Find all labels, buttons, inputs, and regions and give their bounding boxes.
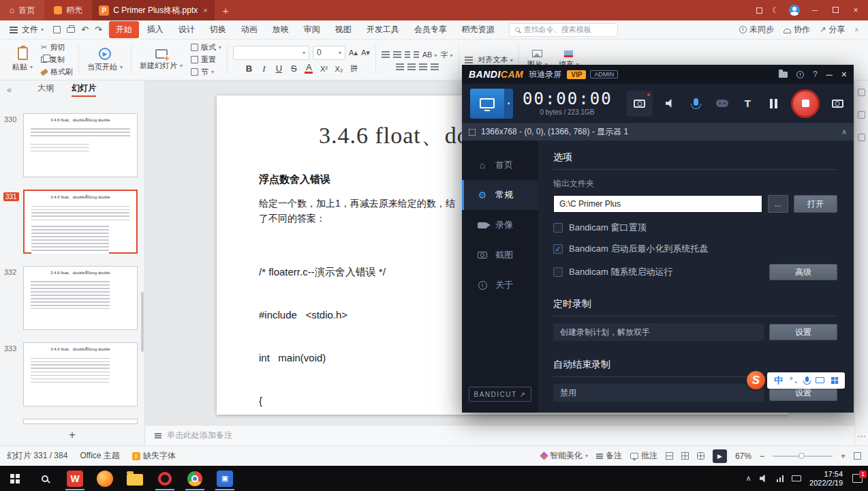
soft-keyboard-icon[interactable] <box>816 377 824 383</box>
sidebar-panel-icon[interactable] <box>858 111 865 119</box>
align-center-icon[interactable] <box>407 63 416 65</box>
text-overlay-button[interactable]: T <box>740 98 756 109</box>
dark-mode-icon[interactable]: ☾ <box>772 5 779 15</box>
browse-button[interactable]: ... <box>768 195 788 213</box>
nav-general[interactable]: ⚙常规 <box>462 180 538 210</box>
missing-font-warning[interactable]: ! 缺失字体 <box>132 450 176 462</box>
increase-indent-icon[interactable] <box>414 51 419 53</box>
tab-devtools[interactable]: 开发工具 <box>360 21 406 38</box>
taskbar-wps-app[interactable]: W <box>60 466 90 491</box>
slide-thumbnail[interactable]: 330 3.4.6 float、double和long double <box>23 113 138 177</box>
format-painter-button[interactable]: 格式刷 <box>41 67 73 77</box>
sync-status[interactable]: 未同步 <box>739 24 774 35</box>
undo-icon[interactable]: ↶ <box>81 25 89 35</box>
punctuation-icon[interactable]: °， <box>790 375 799 385</box>
notes-button[interactable]: 备注 <box>596 450 622 462</box>
zoom-in-icon[interactable]: + <box>841 451 846 461</box>
tab-home[interactable]: 开始 <box>109 21 139 38</box>
collaborate-button[interactable]: 协作 <box>784 24 810 35</box>
tab-transition[interactable]: 切换 <box>203 21 233 38</box>
sidebar-panel-icon[interactable] <box>858 89 865 96</box>
reading-view-icon[interactable] <box>697 452 704 460</box>
output-folder-icon[interactable] <box>779 72 788 78</box>
section-button[interactable]: 节▾ <box>191 67 221 77</box>
taskbar-clock[interactable]: 17:54 2022/2/19 <box>809 470 843 488</box>
workspace-icon[interactable] <box>756 8 762 14</box>
notes-bar[interactable]: 单击此处添加备注 <box>145 425 854 445</box>
game-mode-button[interactable] <box>714 100 730 107</box>
font-name-select[interactable]: ▾ <box>233 46 309 60</box>
theme-name[interactable]: Office 主题 <box>80 450 119 462</box>
zoom-slider[interactable] <box>773 456 833 457</box>
user-avatar[interactable] <box>789 5 800 16</box>
sogou-logo-icon[interactable]: S <box>747 371 765 389</box>
pause-button[interactable] <box>765 99 781 108</box>
tab-slideshow[interactable]: 放映 <box>266 21 296 38</box>
taskbar-firefox-app[interactable] <box>90 466 120 491</box>
paste-button[interactable]: 粘贴▾ <box>10 47 35 72</box>
nav-home[interactable]: ⌂首页 <box>462 150 538 180</box>
scheduled-recording-settings-button[interactable]: 设置 <box>769 324 837 340</box>
start-button[interactable] <box>0 466 30 491</box>
slideshow-button[interactable]: ▶ <box>713 449 727 463</box>
schedule-icon[interactable] <box>796 71 804 78</box>
tab-insert[interactable]: 插入 <box>140 21 170 38</box>
more-icon[interactable]: ⋯ <box>857 431 866 441</box>
panel-scrollbar[interactable] <box>141 292 144 352</box>
docer-tab[interactable]: 稻壳 <box>44 0 92 20</box>
network-icon[interactable] <box>777 475 784 482</box>
zoom-level[interactable]: 67% <box>735 451 751 461</box>
zoom-out-icon[interactable]: − <box>760 451 764 461</box>
minimize-button[interactable]: ─ <box>809 5 820 15</box>
justify-icon[interactable] <box>431 63 439 65</box>
nav-screenshot[interactable]: 截图 <box>462 240 538 270</box>
pinyin-button[interactable]: 拼 <box>350 63 358 74</box>
tab-review[interactable]: 审阅 <box>297 21 327 38</box>
collapse-icon[interactable]: ∧ <box>841 128 847 136</box>
taskbar-media-app[interactable]: ▣ <box>210 466 240 491</box>
increase-font-icon[interactable]: A▴ <box>349 48 358 57</box>
text-direction-button[interactable]: AB ▾ <box>422 50 437 59</box>
bandicam-titlebar[interactable]: BANDICAM 班迪录屏 VIP ADMIN ? ─ × <box>462 65 854 84</box>
toolbox-icon[interactable] <box>831 377 838 384</box>
document-tab[interactable]: P C Primer Plus终稿.pptx × <box>92 0 214 20</box>
close-button[interactable]: × <box>850 5 861 15</box>
bullet-list-icon[interactable] <box>382 51 390 53</box>
checkbox-checked[interactable]: ✓ <box>553 244 563 254</box>
tab-view[interactable]: 视图 <box>328 21 358 38</box>
tab-animation[interactable]: 动画 <box>234 21 264 38</box>
subscript-button[interactable]: X₂ <box>335 65 343 73</box>
slide-thumbnail[interactable]: 332 3.4.6 float、double和long double <box>23 266 138 330</box>
bold-button[interactable]: B <box>245 63 253 74</box>
screenshot-button[interactable] <box>829 100 846 108</box>
notification-center-icon[interactable]: 1 <box>852 474 863 483</box>
font-size-select[interactable]: 0▾ <box>313 46 345 60</box>
cut-button[interactable]: ✂剪切 <box>41 42 73 53</box>
capture-target-bar[interactable]: 1366x768 - (0, 0), (1366, 768) - 显示器 1 ∧ <box>462 123 854 140</box>
open-folder-button[interactable]: 打开 <box>794 195 837 213</box>
decrease-indent-icon[interactable] <box>405 51 410 53</box>
slide-sorter-icon[interactable] <box>681 452 689 460</box>
slide-thumbnail[interactable]: 333 3.4.6 float、double和long double <box>23 342 138 406</box>
taskbar-explorer-app[interactable] <box>120 466 150 491</box>
command-search[interactable]: 查找命令、搜索模板 <box>509 23 618 37</box>
underline-button[interactable]: U <box>275 63 283 74</box>
checkbox-unchecked[interactable]: ✓ <box>553 223 563 233</box>
slide-heading[interactable]: 浮点数舍入错误 <box>259 173 330 186</box>
align-text-button[interactable]: 对齐文本 ▾ <box>478 55 513 65</box>
copy-button[interactable]: 复制 <box>41 55 73 65</box>
tab-docer-resource[interactable]: 稻壳资源 <box>455 21 501 38</box>
taskbar-chrome-app[interactable] <box>180 466 210 491</box>
bandicam-close-button[interactable]: × <box>841 69 847 80</box>
share-button[interactable]: ↗分享 <box>820 24 845 35</box>
slide-thumbnail-selected[interactable]: 331 3.4.6 float、double和long double <box>23 190 138 254</box>
tray-expand-icon[interactable]: ∧ <box>746 474 751 483</box>
new-slide-button[interactable]: 新建幻灯片▾ <box>137 49 185 71</box>
input-mode-indicator[interactable]: 中 <box>774 374 783 387</box>
align-left-icon[interactable] <box>396 63 404 65</box>
superscript-button[interactable]: X² <box>320 65 328 73</box>
advanced-button[interactable]: 高级 <box>769 264 837 280</box>
numbered-list-icon[interactable] <box>393 51 401 53</box>
new-document-tab-button[interactable]: + <box>215 0 237 20</box>
font-color-button[interactable]: A <box>305 63 313 74</box>
